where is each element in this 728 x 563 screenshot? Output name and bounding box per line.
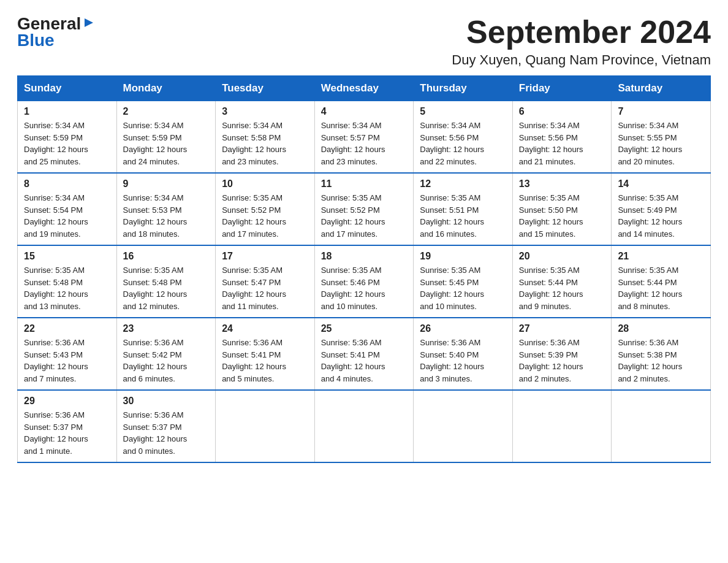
day-number: 4: [321, 106, 408, 117]
calendar-week-2: 8 Sunrise: 5:34 AMSunset: 5:54 PMDayligh…: [18, 173, 711, 245]
calendar-day: 8 Sunrise: 5:34 AMSunset: 5:54 PMDayligh…: [18, 173, 117, 245]
day-number: 19: [420, 251, 506, 262]
day-info: Sunrise: 5:34 AMSunset: 5:56 PMDaylight:…: [420, 121, 484, 166]
day-number: 7: [618, 106, 704, 117]
calendar-week-1: 1 Sunrise: 5:34 AMSunset: 5:59 PMDayligh…: [18, 101, 711, 174]
day-number: 25: [321, 323, 408, 334]
calendar-day: 25 Sunrise: 5:36 AMSunset: 5:41 PMDaylig…: [314, 318, 414, 390]
day-info: Sunrise: 5:34 AMSunset: 5:53 PMDaylight:…: [123, 193, 188, 239]
calendar-day: 6 Sunrise: 5:34 AMSunset: 5:56 PMDayligh…: [512, 101, 612, 174]
calendar-day: 27 Sunrise: 5:36 AMSunset: 5:39 PMDaylig…: [512, 318, 612, 390]
calendar-day: 29 Sunrise: 5:36 AMSunset: 5:37 PMDaylig…: [18, 390, 117, 462]
calendar-day: 21 Sunrise: 5:35 AMSunset: 5:44 PMDaylig…: [612, 245, 711, 318]
svg-marker-0: [85, 18, 93, 27]
day-number: 23: [123, 323, 210, 334]
day-info: Sunrise: 5:34 AMSunset: 5:59 PMDaylight:…: [123, 121, 188, 166]
day-number: 29: [24, 396, 110, 407]
logo-area: General Blue: [17, 15, 96, 50]
page-subtitle: Duy Xuyen, Quang Nam Province, Vietnam: [452, 52, 711, 68]
day-number: 17: [222, 251, 308, 262]
day-number: 21: [618, 251, 704, 262]
day-number: 8: [24, 178, 110, 190]
calendar-day: 4 Sunrise: 5:34 AMSunset: 5:57 PMDayligh…: [314, 101, 414, 174]
day-info: Sunrise: 5:36 AMSunset: 5:43 PMDaylight:…: [24, 338, 88, 383]
day-info: Sunrise: 5:34 AMSunset: 5:54 PMDaylight:…: [24, 193, 88, 239]
day-info: Sunrise: 5:36 AMSunset: 5:41 PMDaylight:…: [321, 338, 385, 383]
calendar-day: 23 Sunrise: 5:36 AMSunset: 5:42 PMDaylig…: [116, 318, 216, 390]
calendar-day: 13 Sunrise: 5:35 AMSunset: 5:50 PMDaylig…: [512, 173, 612, 245]
calendar-header: SundayMondayTuesdayWednesdayThursdayFrid…: [18, 76, 711, 101]
day-info: Sunrise: 5:35 AMSunset: 5:45 PMDaylight:…: [420, 266, 484, 311]
calendar-day: 17 Sunrise: 5:35 AMSunset: 5:47 PMDaylig…: [216, 245, 315, 318]
day-info: Sunrise: 5:34 AMSunset: 5:58 PMDaylight:…: [222, 121, 286, 166]
calendar-day: 2 Sunrise: 5:34 AMSunset: 5:59 PMDayligh…: [116, 101, 216, 174]
calendar-day: 10 Sunrise: 5:35 AMSunset: 5:52 PMDaylig…: [216, 173, 315, 245]
day-info: Sunrise: 5:36 AMSunset: 5:41 PMDaylight:…: [222, 338, 286, 383]
day-number: 15: [24, 251, 110, 262]
day-header-thursday: Thursday: [414, 76, 513, 101]
day-info: Sunrise: 5:35 AMSunset: 5:44 PMDaylight:…: [618, 266, 682, 311]
day-number: 1: [24, 106, 110, 117]
logo-blue-text: Blue: [17, 31, 96, 50]
calendar-day: [414, 390, 513, 462]
calendar-week-4: 22 Sunrise: 5:36 AMSunset: 5:43 PMDaylig…: [18, 318, 711, 390]
day-header-tuesday: Tuesday: [216, 76, 315, 101]
day-number: 30: [123, 396, 210, 407]
day-header-sunday: Sunday: [18, 76, 117, 101]
day-info: Sunrise: 5:35 AMSunset: 5:48 PMDaylight:…: [123, 266, 188, 311]
calendar-day: 22 Sunrise: 5:36 AMSunset: 5:43 PMDaylig…: [18, 318, 117, 390]
calendar-day: 20 Sunrise: 5:35 AMSunset: 5:44 PMDaylig…: [512, 245, 612, 318]
calendar-day: 7 Sunrise: 5:34 AMSunset: 5:55 PMDayligh…: [612, 101, 711, 174]
calendar-day: 19 Sunrise: 5:35 AMSunset: 5:45 PMDaylig…: [414, 245, 513, 318]
day-number: 22: [24, 323, 110, 334]
day-number: 28: [618, 323, 704, 334]
calendar-day: 5 Sunrise: 5:34 AMSunset: 5:56 PMDayligh…: [414, 101, 513, 174]
day-number: 20: [519, 251, 605, 262]
day-number: 12: [420, 178, 506, 190]
day-header-saturday: Saturday: [612, 76, 711, 101]
day-info: Sunrise: 5:36 AMSunset: 5:39 PMDaylight:…: [519, 338, 583, 383]
calendar-day: [314, 390, 414, 462]
calendar-week-5: 29 Sunrise: 5:36 AMSunset: 5:37 PMDaylig…: [18, 390, 711, 462]
day-number: 24: [222, 323, 308, 334]
calendar-body: 1 Sunrise: 5:34 AMSunset: 5:59 PMDayligh…: [18, 101, 711, 463]
calendar-week-3: 15 Sunrise: 5:35 AMSunset: 5:48 PMDaylig…: [18, 245, 711, 318]
days-of-week-row: SundayMondayTuesdayWednesdayThursdayFrid…: [18, 76, 711, 101]
day-number: 16: [123, 251, 210, 262]
day-header-monday: Monday: [116, 76, 216, 101]
day-number: 26: [420, 323, 506, 334]
calendar-day: 16 Sunrise: 5:35 AMSunset: 5:48 PMDaylig…: [116, 245, 216, 318]
day-header-wednesday: Wednesday: [314, 76, 414, 101]
calendar-day: 12 Sunrise: 5:35 AMSunset: 5:51 PMDaylig…: [414, 173, 513, 245]
title-area: September 2024 Duy Xuyen, Quang Nam Prov…: [452, 15, 711, 68]
day-info: Sunrise: 5:34 AMSunset: 5:55 PMDaylight:…: [618, 121, 682, 166]
day-number: 18: [321, 251, 408, 262]
calendar-day: 1 Sunrise: 5:34 AMSunset: 5:59 PMDayligh…: [18, 101, 117, 174]
calendar-day: [216, 390, 315, 462]
day-info: Sunrise: 5:35 AMSunset: 5:51 PMDaylight:…: [420, 193, 484, 239]
day-number: 5: [420, 106, 506, 117]
day-header-friday: Friday: [512, 76, 612, 101]
day-info: Sunrise: 5:35 AMSunset: 5:44 PMDaylight:…: [519, 266, 583, 311]
day-info: Sunrise: 5:36 AMSunset: 5:42 PMDaylight:…: [123, 338, 188, 383]
day-number: 2: [123, 106, 210, 117]
calendar-day: 26 Sunrise: 5:36 AMSunset: 5:40 PMDaylig…: [414, 318, 513, 390]
day-number: 27: [519, 323, 605, 334]
calendar-day: 9 Sunrise: 5:34 AMSunset: 5:53 PMDayligh…: [116, 173, 216, 245]
day-info: Sunrise: 5:36 AMSunset: 5:37 PMDaylight:…: [24, 410, 88, 456]
day-info: Sunrise: 5:36 AMSunset: 5:38 PMDaylight:…: [618, 338, 682, 383]
calendar-day: [512, 390, 612, 462]
day-info: Sunrise: 5:36 AMSunset: 5:40 PMDaylight:…: [420, 338, 484, 383]
calendar-day: 14 Sunrise: 5:35 AMSunset: 5:49 PMDaylig…: [612, 173, 711, 245]
calendar-table: SundayMondayTuesdayWednesdayThursdayFrid…: [17, 75, 711, 463]
day-info: Sunrise: 5:34 AMSunset: 5:56 PMDaylight:…: [519, 121, 583, 166]
page-header: General Blue September 2024 Duy Xuyen, Q…: [17, 15, 711, 68]
calendar-day: 11 Sunrise: 5:35 AMSunset: 5:52 PMDaylig…: [314, 173, 414, 245]
day-number: 14: [618, 178, 704, 190]
day-info: Sunrise: 5:35 AMSunset: 5:49 PMDaylight:…: [618, 193, 682, 239]
day-number: 6: [519, 106, 605, 117]
day-number: 10: [222, 178, 308, 190]
day-info: Sunrise: 5:36 AMSunset: 5:37 PMDaylight:…: [123, 410, 188, 456]
day-info: Sunrise: 5:35 AMSunset: 5:46 PMDaylight:…: [321, 266, 385, 311]
day-info: Sunrise: 5:35 AMSunset: 5:50 PMDaylight:…: [519, 193, 583, 239]
